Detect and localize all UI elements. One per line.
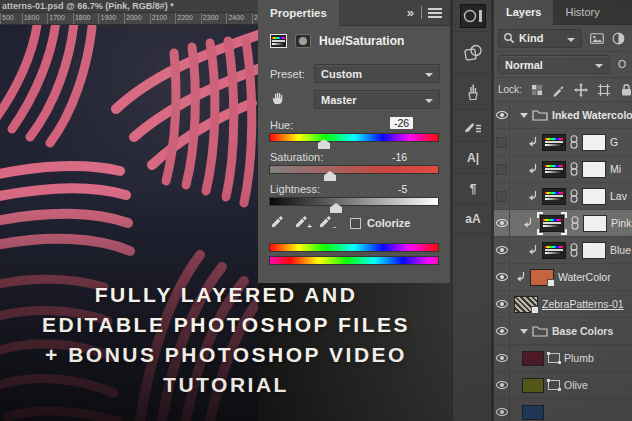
visibility-toggle[interactable] [494,318,510,345]
layer-row-partial[interactable] [494,399,632,421]
lock-pixels-icon[interactable] [552,83,565,97]
eye-empty-icon [496,164,507,175]
eyedropper-icon[interactable] [270,214,285,229]
visibility-toggle[interactable] [494,102,510,129]
layer-row-watercolor[interactable]: WaterColor [494,264,632,291]
smart-object-thumbnail[interactable] [530,269,554,286]
document-canvas[interactable] [0,25,258,421]
layer-mask-thumbnail[interactable] [582,188,606,205]
visibility-toggle[interactable] [494,399,510,421]
lightness-slider-track[interactable] [270,198,438,205]
lock-artboard-icon[interactable] [597,83,611,97]
mask-icon[interactable] [295,34,311,48]
photoshop-window: atterns-01.psd @ 66.7% (Pink, RGB/8#) * … [0,0,632,421]
layer-mask-thumbnail[interactable] [583,215,607,232]
link-icon [570,243,578,257]
hue-value[interactable]: -26 [390,117,413,129]
layer-row-base-colors-group[interactable]: Base Colors [494,318,632,345]
filter-pixel-layers-icon[interactable] [590,32,604,45]
visibility-toggle[interactable] [494,372,510,399]
layers-panel: Layers History Kind Normal O Lock: [494,0,632,421]
lock-transparency-icon[interactable] [531,84,543,96]
kind-filter-dropdown[interactable]: Kind [498,29,582,48]
layer-row-adjustment[interactable]: Lav [494,183,632,210]
visibility-toggle[interactable] [494,345,510,372]
tab-layers[interactable]: Layers [494,0,553,25]
blend-mode-row: Normal O [494,52,632,78]
layer-row-adjustment[interactable]: Blue [494,237,632,264]
eyedropper-minus-icon[interactable]: - [318,214,333,229]
channel-dropdown[interactable]: Master [314,90,440,109]
layer-row-adjustment[interactable]: G [494,129,632,156]
zebra-pattern-artwork [0,25,258,421]
layer-row-adjustment[interactable]: Mi [494,156,632,183]
colorize-checkbox[interactable] [350,218,361,229]
preset-dropdown[interactable]: Custom [314,64,440,83]
tab-history[interactable]: History [553,0,611,25]
layer-row-zebrapatterns[interactable]: ZebraPatterns-01 [494,291,632,318]
layer-row-olive[interactable]: Olive [494,372,632,399]
lightness-label: Lightness: [270,183,320,195]
eye-empty-icon [496,137,507,148]
layer-name: Mi [610,163,621,175]
eye-icon [496,246,508,254]
visibility-toggle[interactable] [494,183,510,210]
adjustment-layer-thumbnail[interactable] [542,161,566,178]
visibility-toggle[interactable] [494,156,510,183]
adjustment-layer-thumbnail[interactable] [542,134,566,151]
opacity-label: O [618,58,626,70]
lock-all-icon[interactable] [620,83,632,97]
layer-mask-thumbnail[interactable] [582,161,606,178]
eyedropper-plus-icon[interactable]: + [294,214,309,229]
smart-object-badge-icon [547,279,555,287]
ruler-tick: 1900 [98,13,116,24]
character-panel-icon[interactable]: A| [453,142,493,174]
color-swatch-thumbnail[interactable] [522,378,544,393]
color-swatch-thumbnail[interactable] [522,351,544,366]
lightness-value[interactable]: -5 [398,183,407,195]
layer-mask-thumbnail[interactable] [582,134,606,151]
visibility-toggle[interactable] [494,237,510,264]
visibility-toggle[interactable] [494,291,510,318]
selected-thumbnail-brackets [537,212,567,235]
pattern-smart-object-thumbnail[interactable] [514,296,538,313]
collapse-panel-icon[interactable]: » [407,5,414,20]
visibility-toggle[interactable] [494,264,510,291]
panel-title: Hue/Saturation [319,34,404,48]
frame-icon [548,380,560,390]
layer-row-pink-selected[interactable]: Pink [494,210,632,237]
layer-row-plumb[interactable]: Plumb [494,345,632,372]
layer-mask-thumbnail[interactable] [582,242,606,259]
scrubby-hand-icon[interactable] [271,91,287,106]
shapes-panel-icon[interactable] [453,32,493,74]
panel-menu-icon[interactable] [428,8,442,18]
ruler-tick: 1600 [22,13,40,24]
brushes-panel-icon[interactable] [453,74,493,110]
eye-icon [496,300,508,308]
ruler-tick: 2100 [150,13,168,24]
filter-adjustment-layers-icon[interactable] [612,32,625,45]
saturation-slider-track[interactable] [270,166,438,173]
glyphs-panel-icon[interactable]: aA [453,204,493,234]
hue-slider-track[interactable] [270,134,438,141]
visibility-toggle[interactable] [494,210,510,237]
color-swatch-thumbnail[interactable] [522,405,544,420]
visibility-toggle[interactable] [494,129,510,156]
adjustment-layer-thumbnail[interactable] [542,242,566,259]
layer-name: Inked Watercolor [552,109,632,121]
saturation-value[interactable]: -16 [392,151,407,163]
layer-name: Blue [610,244,631,256]
tool-presets-panel-icon[interactable] [453,110,493,142]
group-expand-chevron-icon[interactable] [520,329,528,334]
document-area: atterns-01.psd @ 66.7% (Pink, RGB/8#) * … [0,0,258,421]
group-expand-chevron-icon[interactable] [520,113,528,118]
lock-position-icon[interactable] [574,83,588,97]
color-panel-icon[interactable] [453,0,493,32]
paragraph-panel-icon[interactable]: ¶ [453,174,493,204]
layer-name: WaterColor [558,271,611,283]
tab-properties[interactable]: Properties [258,0,339,26]
blend-mode-dropdown[interactable]: Normal [498,55,610,74]
saturation-label: Saturation: [270,151,323,163]
adjustment-layer-thumbnail[interactable] [542,188,566,205]
layer-row-inked-watercolor-group[interactable]: Inked Watercolor [494,102,632,129]
